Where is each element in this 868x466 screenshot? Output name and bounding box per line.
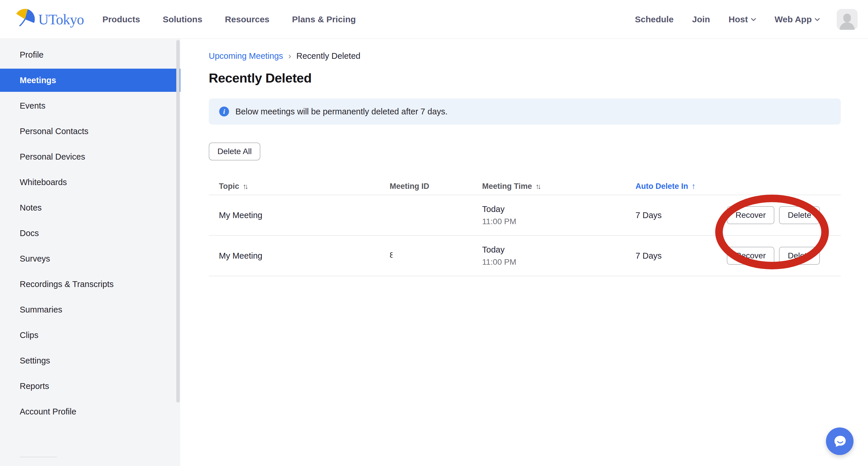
info-icon: i [219,107,229,116]
nav-resources[interactable]: Resources [225,14,269,24]
user-avatar[interactable] [837,9,858,30]
app-window: UTokyo Products Solutions Resources Plan… [0,0,868,466]
delete-all-button[interactable]: Delete All [209,142,260,161]
page-title: Recently Deleted [209,71,841,86]
chat-support-button[interactable] [826,428,854,455]
sort-icon: ↑↓ [243,182,247,191]
breadcrumb-upcoming-meetings[interactable]: Upcoming Meetings [209,51,283,61]
chevron-down-icon [815,18,820,21]
column-header-auto-delete-in[interactable]: Auto Delete In ↑ [636,181,723,191]
sidebar-item-personal-contacts[interactable]: Personal Contacts [0,120,180,143]
primary-nav: Products Solutions Resources Plans & Pri… [102,14,356,24]
cell-auto-delete: 7 Days [636,251,723,261]
nav-webapp-dropdown[interactable]: Web App [775,14,820,24]
sidebar: Profile Meetings Events Personal Contact… [0,39,180,466]
nav-plans-pricing[interactable]: Plans & Pricing [292,14,356,24]
brand-logo[interactable]: UTokyo [14,8,84,31]
column-header-topic[interactable]: Topic ↑↓ [209,182,390,191]
sort-ascending-icon: ↑ [692,181,696,191]
cell-meeting-id: 8 [390,251,482,261]
sidebar-item-surveys[interactable]: Surveys [0,247,180,270]
sidebar-item-account-profile[interactable]: Account Profile [0,400,180,423]
meeting-day: Today [482,204,504,214]
sidebar-divider [20,457,57,457]
delete-button[interactable]: Delete [779,206,820,224]
sidebar-item-personal-devices[interactable]: Personal Devices [0,145,180,168]
cell-topic: My Meeting [209,251,390,261]
meeting-clock: 11:00 PM [482,258,516,267]
breadcrumb-separator-icon: › [288,51,291,61]
cell-topic: My Meeting [209,210,390,220]
table-row: My Meeting Today 11:00 PM 7 Days Recover… [209,195,841,236]
cell-meeting-time: Today 11:00 PM [482,204,636,226]
sidebar-item-settings[interactable]: Settings [0,349,180,372]
cell-actions: Recover Delete [723,206,841,224]
sidebar-item-notes[interactable]: Notes [0,196,180,219]
sidebar-item-summaries[interactable]: Summaries [0,298,180,321]
chevron-down-icon [751,18,756,21]
sidebar-scrollbar[interactable] [176,40,180,403]
sidebar-item-meetings[interactable]: Meetings [0,69,180,92]
info-banner: i Below meetings will be permanently del… [209,98,841,125]
recover-button[interactable]: Recover [727,247,774,265]
main-content: Upcoming Meetings › Recently Deleted Rec… [180,39,868,466]
breadcrumb-current: Recently Deleted [296,51,360,61]
nav-products[interactable]: Products [102,14,140,24]
cell-meeting-time: Today 11:00 PM [482,245,636,267]
sidebar-item-profile[interactable]: Profile [0,43,180,66]
sidebar-item-events[interactable]: Events [0,94,180,117]
table-header-row: Topic ↑↓ Meeting ID Meeting Time ↑↓ Auto… [209,178,841,195]
delete-button[interactable]: Delete [779,247,820,265]
deleted-meetings-table: Topic ↑↓ Meeting ID Meeting Time ↑↓ Auto… [209,178,841,276]
brand-name: UTokyo [38,11,84,28]
cell-auto-delete: 7 Days [636,210,723,220]
nav-host-dropdown[interactable]: Host [728,14,756,24]
cell-actions: Recover Delete [723,247,841,265]
table-row: My Meeting 8 Today 11:00 PM 7 Days Recov… [209,236,841,276]
sidebar-item-whiteboards[interactable]: Whiteboards [0,171,180,194]
chat-bubble-icon [831,432,849,451]
nav-schedule[interactable]: Schedule [635,14,674,24]
sidebar-item-reports[interactable]: Reports [0,374,180,398]
sidebar-menu: Profile Meetings Events Personal Contact… [0,43,180,423]
nav-solutions[interactable]: Solutions [163,14,203,24]
clipped-meeting-id: 8 [390,251,393,261]
column-header-meeting-id: Meeting ID [390,182,482,191]
nav-join[interactable]: Join [692,14,710,24]
secondary-nav: Schedule Join Host Web App [635,9,858,30]
info-banner-text: Below meetings will be permanently delet… [236,107,447,116]
sidebar-item-docs[interactable]: Docs [0,222,180,245]
sidebar-item-clips[interactable]: Clips [0,324,180,347]
sort-icon: ↑↓ [535,182,539,191]
column-header-meeting-time[interactable]: Meeting Time ↑↓ [482,182,636,191]
sidebar-item-recordings-transcripts[interactable]: Recordings & Transcripts [0,272,180,296]
meeting-clock: 11:00 PM [482,217,516,226]
meeting-day: Today [482,245,504,255]
breadcrumb: Upcoming Meetings › Recently Deleted [209,51,841,61]
recover-button[interactable]: Recover [727,206,774,224]
ginkgo-leaf-icon [14,8,36,31]
top-navbar: UTokyo Products Solutions Resources Plan… [0,0,868,39]
